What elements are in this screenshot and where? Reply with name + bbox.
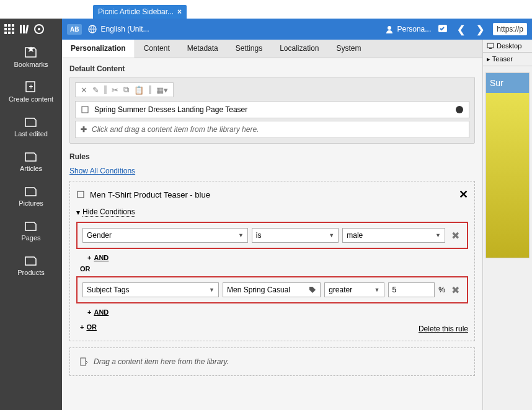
svg-rect-24 — [489, 48, 492, 49]
value-2: 5 — [392, 286, 397, 294]
svg-text:+: + — [29, 82, 33, 91]
svg-rect-0 — [4, 24, 7, 27]
rule-close-button[interactable]: ✕ — [459, 188, 468, 201]
condition-delete-button[interactable]: ✖ — [449, 230, 462, 242]
field-value-2: Subject Tags — [87, 286, 130, 294]
default-content-item[interactable]: Spring Summer Dresses Landing Page Tease… — [75, 101, 469, 118]
svg-rect-10 — [23, 25, 25, 33]
editor-tabs: Personalization Content Metadata Setting… — [62, 40, 482, 58]
hide-conditions-toggle[interactable]: ▾ Hide Conditions — [76, 207, 468, 217]
language-selector[interactable]: English (Unit... — [88, 25, 149, 33]
field-value: Gender — [87, 231, 112, 240]
content-item-label: Spring Summer Dresses Landing Page Tease… — [94, 105, 247, 114]
svg-rect-19 — [82, 107, 88, 113]
url-field[interactable]: https://p — [493, 23, 527, 35]
and-label: AND — [94, 254, 109, 261]
copy-icon[interactable]: ⧉ — [122, 85, 130, 95]
hide-conditions-label: Hide Conditions — [82, 207, 135, 217]
tab-localization[interactable]: Localization — [271, 40, 327, 58]
tag-value: Men Spring Casual — [227, 286, 290, 294]
condition-value-input[interactable]: 5 — [388, 282, 435, 297]
add-icon[interactable]: ▦▾ — [155, 85, 169, 95]
sidebar-label: Pictures — [19, 199, 43, 207]
tab-metadata[interactable]: Metadata — [179, 40, 227, 58]
condition-tag-select[interactable]: Men Spring Casual — [223, 282, 321, 297]
cut-icon[interactable]: ✂ — [110, 85, 120, 95]
globe-icon[interactable] — [455, 105, 464, 114]
mini-toolbar: ✕ ✎ ✂ ⧉ 📋 ▦▾ — [75, 82, 174, 97]
condition-field-select[interactable]: Gender▼ — [82, 228, 248, 243]
library-icon[interactable] — [19, 24, 30, 35]
preview-device[interactable]: Desktop — [483, 40, 532, 53]
svg-rect-9 — [20, 25, 22, 33]
svg-rect-22 — [81, 358, 86, 365]
delete-icon[interactable]: ✕ — [79, 85, 89, 95]
value-value: male — [347, 231, 363, 240]
sidebar-label: Articles — [20, 165, 42, 172]
drag-hint-text: Drag a content item here from the librar… — [94, 357, 229, 366]
or-label-1: OR — [76, 265, 468, 273]
drag-icon — [79, 357, 89, 367]
tab-personalization[interactable]: Personalization — [62, 40, 135, 58]
and-button-1[interactable]: +AND — [76, 254, 468, 261]
nav-back-button[interactable]: ❮ — [454, 24, 468, 35]
ab-test-button[interactable]: AB — [67, 24, 82, 35]
caret-down-icon: ▾ — [76, 208, 80, 217]
rule-panel: Men T-Shirt Product Teaser - blue ✕ ▾ Hi… — [69, 181, 475, 341]
drag-content-panel[interactable]: Drag a content item here from the librar… — [69, 347, 475, 376]
or-label-2: OR — [86, 323, 97, 331]
svg-rect-3 — [4, 28, 7, 30]
sidebar-label: Products — [17, 269, 44, 276]
rule-header: Men T-Shirt Product Teaser - blue ✕ — [76, 188, 468, 201]
and-label-2: AND — [94, 308, 109, 316]
paste-icon[interactable]: 📋 — [133, 85, 145, 95]
svg-rect-6 — [4, 32, 7, 34]
persona-label: Persona... — [397, 25, 432, 33]
preview-section[interactable]: ▸ Teaser — [483, 53, 532, 66]
edit-icon[interactable]: ✎ — [91, 85, 100, 95]
sidebar-label: Pages — [21, 234, 40, 242]
condition-field-select-2[interactable]: Subject Tags▼ — [82, 282, 219, 297]
condition-delete-button-2[interactable]: ✖ — [449, 284, 462, 296]
content-icon — [81, 105, 89, 114]
monitor-icon — [487, 42, 494, 50]
persona-selector[interactable]: Persona... — [385, 25, 432, 33]
file-tab[interactable]: Picnic Article Sidebar... × — [93, 5, 187, 19]
tab-system[interactable]: System — [328, 40, 370, 58]
delete-rule-link[interactable]: Delete this rule — [419, 325, 468, 333]
tab-settings[interactable]: Settings — [227, 40, 271, 58]
svg-rect-7 — [8, 32, 11, 34]
or-button-2[interactable]: +OR — [76, 323, 97, 331]
close-tab-icon[interactable]: × — [177, 7, 182, 16]
target-icon[interactable] — [33, 24, 45, 35]
sidebar-item-create-content[interactable]: + Create content — [0, 74, 62, 109]
approve-icon[interactable] — [437, 24, 448, 35]
window-tab-bar: Picnic Article Sidebar... × — [0, 0, 532, 19]
and-button-2[interactable]: +AND — [76, 308, 468, 316]
svg-point-20 — [456, 106, 463, 113]
nav-forward-button[interactable]: ❯ — [474, 24, 487, 35]
tab-content[interactable]: Content — [135, 40, 179, 58]
grid-icon[interactable] — [4, 24, 15, 35]
person-icon — [385, 25, 394, 33]
sidebar-item-articles[interactable]: Articles — [0, 144, 62, 178]
condition-op-select-2[interactable]: greater▼ — [324, 282, 384, 297]
condition-row-2: Subject Tags▼ Men Spring Casual greater▼… — [76, 276, 468, 303]
sidebar-item-pictures[interactable]: Pictures — [0, 178, 62, 213]
tag-icon — [309, 286, 316, 294]
sidebar-item-bookmarks[interactable]: Bookmarks — [0, 40, 62, 74]
sidebar-top-icons — [0, 19, 62, 40]
editor-pane: Personalization Content Metadata Setting… — [62, 40, 482, 410]
show-all-conditions-link[interactable]: Show All Conditions — [69, 167, 135, 175]
rules-title: Rules — [69, 152, 475, 161]
preview-thumbnail: Sur — [485, 72, 530, 258]
sidebar-item-products[interactable]: Products — [0, 248, 62, 282]
sidebar-item-pages[interactable]: Pages — [0, 213, 62, 248]
language-label: English (Unit... — [100, 25, 149, 33]
condition-op-select[interactable]: is▼ — [252, 228, 339, 243]
sidebar-item-last-edited[interactable]: Last edited — [0, 109, 62, 144]
top-toolbar: AB English (Unit... Persona... ❮ ❯ https… — [62, 19, 532, 40]
default-content-hint[interactable]: ✚ Click and drag a content item from the… — [75, 121, 469, 138]
sidebar-label: Last edited — [14, 130, 48, 137]
condition-value-select[interactable]: male▼ — [342, 228, 445, 243]
